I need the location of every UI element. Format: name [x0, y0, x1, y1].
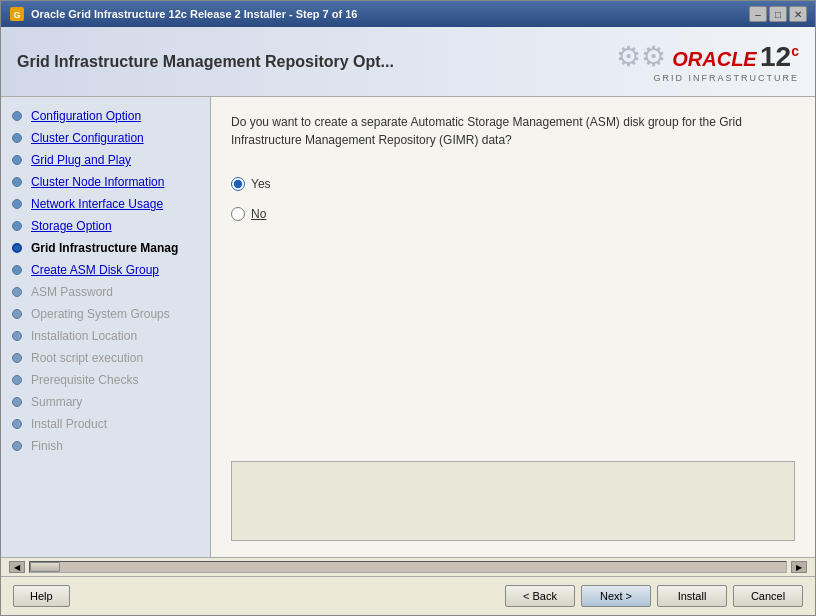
sidebar-item-install-product: Install Product	[1, 413, 210, 435]
scroll-right-button[interactable]: ▶	[791, 561, 807, 573]
window-controls: – □ ✕	[749, 6, 807, 22]
oracle-version: 12c	[760, 41, 799, 72]
sidebar-label-root-script-execution: Root script execution	[31, 351, 143, 365]
oracle-logo-top: ⚙⚙ ORACLE 12c	[616, 40, 799, 73]
radio-no-item: No	[231, 207, 795, 221]
oracle-product-subtitle: GRID INFRASTRUCTURE	[654, 73, 800, 83]
question-text: Do you want to create a separate Automat…	[231, 113, 795, 149]
sidebar-item-configuration-option[interactable]: Configuration Option	[1, 105, 210, 127]
footer-left-buttons: Help	[13, 585, 70, 607]
sidebar-label-install-product: Install Product	[31, 417, 107, 431]
close-button[interactable]: ✕	[789, 6, 807, 22]
sidebar-label-installation-location: Installation Location	[31, 329, 137, 343]
sidebar-item-grid-plug-and-play[interactable]: Grid Plug and Play	[1, 149, 210, 171]
sidebar-label-create-asm-disk-group: Create ASM Disk Group	[31, 263, 159, 277]
oracle-logo: ⚙⚙ ORACLE 12c GRID INFRASTRUCTURE	[616, 40, 799, 83]
sidebar-item-operating-system-groups: Operating System Groups	[1, 303, 210, 325]
help-button[interactable]: Help	[13, 585, 70, 607]
gears-decoration: ⚙⚙	[616, 40, 666, 73]
sidebar-label-grid-infra-management: Grid Infrastructure Manag	[31, 241, 178, 255]
sidebar-label-cluster-node-information: Cluster Node Information	[31, 175, 164, 189]
radio-options: Yes No	[231, 177, 795, 221]
radio-yes-input[interactable]	[231, 177, 245, 191]
sidebar-item-create-asm-disk-group[interactable]: Create ASM Disk Group	[1, 259, 210, 281]
sidebar-item-root-script-execution: Root script execution	[1, 347, 210, 369]
oracle-brand: ORACLE 12c	[672, 41, 799, 73]
title-bar: G Oracle Grid Infrastructure 12c Release…	[1, 1, 815, 27]
window-title: Oracle Grid Infrastructure 12c Release 2…	[31, 8, 357, 20]
radio-no-label[interactable]: No	[251, 207, 266, 221]
next-button[interactable]: Next >	[581, 585, 651, 607]
sidebar-item-grid-infra-management[interactable]: Grid Infrastructure Manag	[1, 237, 210, 259]
content-area: Configuration OptionCluster Configuratio…	[1, 97, 815, 557]
minimize-button[interactable]: –	[749, 6, 767, 22]
radio-yes-item: Yes	[231, 177, 795, 191]
sidebar-label-cluster-configuration: Cluster Configuration	[31, 131, 144, 145]
app-icon: G	[9, 6, 25, 22]
page-title: Grid Infrastructure Management Repositor…	[17, 53, 394, 71]
sidebar-label-grid-plug-and-play: Grid Plug and Play	[31, 153, 131, 167]
maximize-button[interactable]: □	[769, 6, 787, 22]
oracle-text: ORACLE	[672, 48, 756, 70]
scroll-left-button[interactable]: ◀	[9, 561, 25, 573]
svg-text:G: G	[13, 10, 20, 20]
sidebar-item-installation-location: Installation Location	[1, 325, 210, 347]
sidebar-label-configuration-option: Configuration Option	[31, 109, 141, 123]
scrollbar-area: ◀ ▶	[1, 557, 815, 576]
sidebar-item-storage-option[interactable]: Storage Option	[1, 215, 210, 237]
radio-no-input[interactable]	[231, 207, 245, 221]
sidebar-item-cluster-configuration[interactable]: Cluster Configuration	[1, 127, 210, 149]
main-window: G Oracle Grid Infrastructure 12c Release…	[0, 0, 816, 616]
header-title-area: Grid Infrastructure Management Repositor…	[17, 53, 394, 71]
sidebar-label-summary: Summary	[31, 395, 82, 409]
back-button[interactable]: < Back	[505, 585, 575, 607]
cancel-button[interactable]: Cancel	[733, 585, 803, 607]
sidebar-item-prerequisite-checks: Prerequisite Checks	[1, 369, 210, 391]
install-button[interactable]: Install	[657, 585, 727, 607]
sidebar-label-storage-option: Storage Option	[31, 219, 112, 233]
sidebar-label-operating-system-groups: Operating System Groups	[31, 307, 170, 321]
sidebar: Configuration OptionCluster Configuratio…	[1, 97, 211, 557]
scrollbar-track[interactable]	[29, 561, 787, 573]
footer: Help < Back Next > Install Cancel	[1, 576, 815, 615]
sidebar-label-asm-password: ASM Password	[31, 285, 113, 299]
title-bar-left: G Oracle Grid Infrastructure 12c Release…	[9, 6, 357, 22]
scrollbar-thumb[interactable]	[30, 562, 60, 572]
radio-yes-label[interactable]: Yes	[251, 177, 271, 191]
sidebar-item-cluster-node-information[interactable]: Cluster Node Information	[1, 171, 210, 193]
footer-right-buttons: < Back Next > Install Cancel	[505, 585, 803, 607]
sidebar-item-asm-password: ASM Password	[1, 281, 210, 303]
sidebar-item-summary: Summary	[1, 391, 210, 413]
sidebar-label-prerequisite-checks: Prerequisite Checks	[31, 373, 138, 387]
sidebar-label-finish: Finish	[31, 439, 63, 453]
sidebar-item-network-interface-usage[interactable]: Network Interface Usage	[1, 193, 210, 215]
sidebar-items: Configuration OptionCluster Configuratio…	[1, 105, 210, 457]
sidebar-item-finish: Finish	[1, 435, 210, 457]
info-box	[231, 461, 795, 541]
sidebar-label-network-interface-usage: Network Interface Usage	[31, 197, 163, 211]
main-content-panel: Do you want to create a separate Automat…	[211, 97, 815, 557]
header: Grid Infrastructure Management Repositor…	[1, 27, 815, 97]
